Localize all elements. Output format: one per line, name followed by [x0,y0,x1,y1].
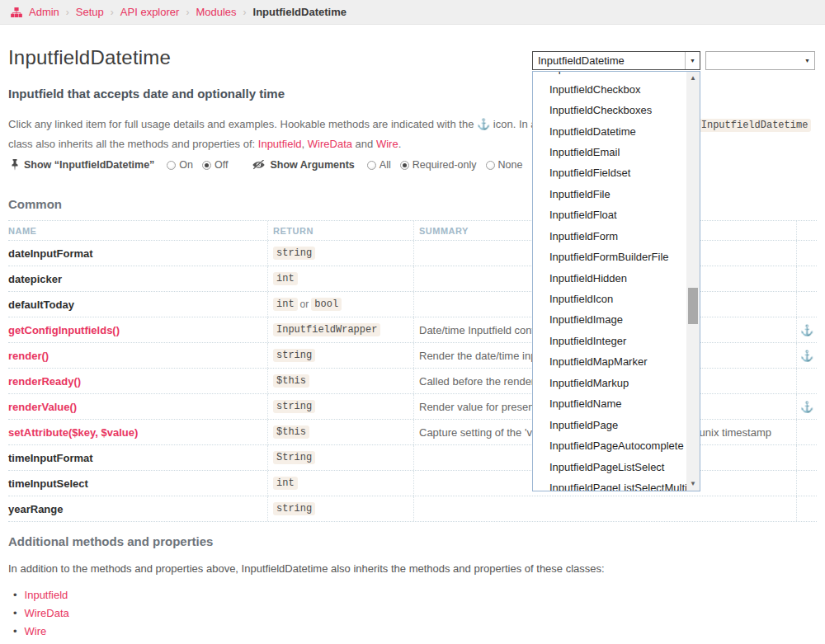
method-link[interactable]: getConfigInputfields() [8,324,120,336]
inherited-classes-list: •Inputfield•WireData•Wire [13,585,69,640]
dropdown-option[interactable]: InputfieldPageListSelectMultiple [533,477,686,491]
radio-option[interactable]: Off [202,159,228,171]
radio-option[interactable]: Required-only [400,159,477,171]
bullet-icon: • [13,607,17,619]
return-cell: $this [268,420,414,444]
radio-option[interactable]: None [486,159,523,171]
return-type-code: $this [273,425,309,439]
class-name-code: InputfieldDatetime [698,119,812,132]
dropdown-scrollbar[interactable]: ▲ ▼ [686,72,700,491]
dropdown-option[interactable]: InputfieldHidden [533,267,686,288]
return-type-code: string [273,400,315,413]
breadcrumb-link[interactable]: Modules [196,6,236,18]
radio-option-label: On [179,159,193,171]
radio-button[interactable] [167,161,176,170]
dropdown-option[interactable]: InputfieldForm [533,226,686,247]
module-select[interactable]: InputfieldDatetime ▼ [532,51,700,70]
scroll-down-icon[interactable]: ▼ [686,481,700,487]
dropdown-option[interactable]: InputfieldPage [533,414,686,435]
inherited-class-link[interactable]: WireData [25,607,69,619]
breadcrumb-separator: › [66,7,69,18]
inherited-class-link[interactable]: Inputfield [258,138,302,150]
dropdown-option[interactable]: InputfieldName [533,393,686,414]
return-type-code: $this [273,374,309,388]
chevron-down-icon: ▼ [690,58,695,63]
secondary-select-arrow-zone[interactable]: ▼ [800,52,814,69]
property-name: datepicker [8,273,62,285]
inherited-class-link[interactable]: Wire [25,625,47,637]
additional-description: In addition to the methods and propertie… [8,562,605,575]
dropdown-option[interactable]: InputfieldCKEditor [533,71,686,78]
anchor-icon: ⚓ [477,118,490,130]
inherited-class-link[interactable]: Inputfield [25,589,68,601]
dropdown-option[interactable]: InputfieldMapMarker [533,351,686,372]
dropdown-option[interactable]: InputfieldCheckboxes [533,100,686,120]
dropdown-option[interactable]: InputfieldPageListSelect [533,456,686,477]
breadcrumb-link[interactable]: API explorer [120,6,180,18]
radio-option[interactable]: On [167,159,193,171]
hookable-anchor-icon: ⚓ [800,401,813,413]
inherited-class-link[interactable]: WireData [308,138,352,150]
module-select-arrow-zone[interactable]: ▼ [685,52,700,69]
hookable-cell [797,369,817,393]
dropdown-option[interactable]: InputfieldEmail [533,142,686,162]
desc-text-after-code: class also inherits all the methods and … [8,138,255,150]
radio-button[interactable] [486,161,495,170]
radio-option-label: None [498,159,523,171]
method-link[interactable]: renderValue() [8,401,77,413]
return-type-code: int [273,477,298,490]
radio-option-label: Off [214,159,228,171]
method-link[interactable]: renderReady() [8,375,81,388]
return-cell: string [268,496,414,521]
hookable-cell [797,241,817,266]
secondary-select-value [706,52,800,69]
show-class-label: Show “InputfieldDatetime” [24,159,154,171]
secondary-select[interactable]: ▼ [705,51,815,70]
scroll-up-icon[interactable]: ▲ [686,75,700,82]
hookable-anchor-icon: ⚓ [800,350,813,362]
dropdown-option[interactable]: InputfieldInteger [533,331,686,351]
dropdown-option[interactable]: InputfieldCheckbox [533,78,686,99]
name-cell: setAttribute($key, $value) [8,420,268,444]
return-type-code: bool [311,298,342,311]
inherited-class-link[interactable]: Wire [376,138,398,150]
breadcrumb-link[interactable]: Setup [76,6,104,18]
module-summary-heading: Inputfield that accepts date and optiona… [8,87,285,101]
module-select-value: InputfieldDatetime [533,52,685,69]
breadcrumb-link[interactable]: Admin [29,6,59,18]
radio-button[interactable] [202,161,211,170]
dropdown-option[interactable]: InputfieldFloat [533,204,686,225]
column-header-return: RETURN [268,221,414,240]
dropdown-option[interactable]: InputfieldImage [533,309,686,330]
list-item: •WireData [13,604,69,622]
dropdown-option[interactable]: InputfieldDatetime [533,120,686,141]
breadcrumb-current: InputfieldDatetime [253,6,346,18]
method-link[interactable]: render() [8,350,49,362]
dropdown-options-list: InputfieldCKEditorInputfieldCheckboxInpu… [533,71,686,491]
sitemap-icon[interactable] [11,7,22,17]
return-type-code: int [273,298,298,311]
module-select-dropdown: InputfieldCKEditorInputfieldCheckboxInpu… [532,71,700,491]
dropdown-option[interactable]: InputfieldMarkup [533,373,686,393]
radio-button[interactable] [367,161,376,170]
name-cell: renderReady() [8,369,268,393]
radio-button[interactable] [400,161,409,170]
name-cell: timeInputSelect [8,471,268,496]
dropdown-option[interactable]: InputfieldPageAutocomplete [533,435,686,456]
return-cell: string [268,241,414,266]
method-link[interactable]: setAttribute($key, $value) [8,426,138,439]
column-header-hook [797,221,817,240]
show-arguments-label: Show Arguments [270,159,354,171]
return-cell: string [268,343,414,368]
return-type-code: int [273,272,298,285]
property-name: timeInputFormat [8,452,93,464]
dropdown-option[interactable]: InputfieldFieldset [533,162,686,183]
hookable-cell [797,292,817,317]
dropdown-option[interactable]: InputfieldFile [533,184,686,204]
hookable-cell [797,496,817,521]
return-cell: string [268,394,414,419]
radio-option[interactable]: All [367,159,391,171]
dropdown-option[interactable]: InputfieldIcon [533,289,686,309]
dropdown-option[interactable]: InputfieldFormBuilderFile [533,247,686,267]
scrollbar-thumb[interactable] [688,288,698,324]
